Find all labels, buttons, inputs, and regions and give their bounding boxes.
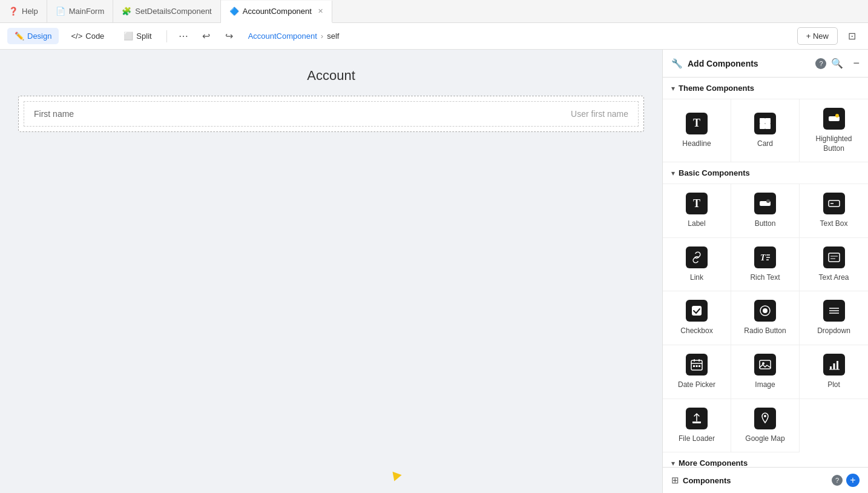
svg-rect-8 — [829, 200, 840, 207]
svg-rect-2 — [760, 124, 765, 129]
more-section-header[interactable]: ▾ More Components — [663, 452, 868, 467]
svg-rect-29 — [699, 365, 700, 367]
main-area: Account First name User first name 🔧 Add… — [0, 50, 868, 493]
canvas-component-value: User first name — [571, 109, 628, 119]
plot-label: Plot — [827, 380, 840, 390]
component-item-dropdown[interactable]: Dropdown — [800, 291, 868, 345]
basic-chevron-icon: ▾ — [671, 169, 675, 177]
label-label: Label — [688, 219, 705, 229]
theme-section-title: Theme Components — [679, 84, 754, 93]
svg-rect-28 — [696, 365, 698, 367]
component-item-headline[interactable]: T Headline — [663, 99, 731, 162]
component-item-plot[interactable]: Plot — [800, 345, 868, 399]
wrench-icon: 🔧 — [671, 58, 683, 69]
tab-account-label: AccountComponent — [243, 7, 312, 16]
component-item-file-loader[interactable]: File Loader — [663, 399, 731, 453]
file-loader-label: File Loader — [679, 434, 715, 444]
tab-help[interactable]: ❓ Help — [0, 0, 47, 22]
text-area-icon — [823, 247, 845, 268]
toolbar: ✏️ Design </> Code ⬜ Split ⋯ ↩ ↪ Account… — [0, 23, 868, 50]
layout-toggle-button[interactable]: ⊡ — [843, 27, 861, 45]
card-label: Card — [757, 139, 773, 149]
component-item-text-area[interactable]: Text Area — [800, 238, 868, 292]
svg-text:T: T — [760, 253, 766, 262]
account-tab-icon: 🔷 — [229, 7, 239, 16]
undo-button[interactable]: ↩ — [197, 27, 215, 45]
breadcrumb-component[interactable]: AccountComponent — [248, 31, 317, 41]
component-item-button[interactable]: Button — [731, 184, 800, 238]
button-label: Button — [755, 219, 776, 229]
search-icon[interactable]: 🔍 — [831, 58, 843, 69]
tab-account[interactable]: 🔷 AccountComponent ✕ — [221, 1, 332, 23]
svg-rect-3 — [765, 124, 771, 129]
canvas-component-wrapper: First name User first name — [18, 96, 644, 132]
text-area-label: Text Area — [818, 273, 849, 283]
breadcrumb-separator: › — [321, 31, 323, 41]
breadcrumb-self: self — [327, 31, 339, 41]
component-item-link[interactable]: Link — [663, 238, 731, 292]
code-button[interactable]: </> Code — [64, 28, 111, 44]
add-components-help-icon[interactable]: ? — [815, 58, 826, 69]
dropdown-icon — [823, 300, 845, 322]
highlighted-button-icon — [823, 108, 845, 130]
svg-rect-27 — [693, 365, 695, 367]
new-label: + New — [806, 31, 829, 41]
code-icon: </> — [71, 31, 82, 41]
new-button[interactable]: + New — [797, 27, 838, 45]
text-box-icon — [823, 193, 845, 214]
split-button[interactable]: ⬜ Split — [116, 28, 159, 44]
image-label: Image — [755, 380, 775, 390]
components-help-icon[interactable]: ? — [832, 475, 843, 486]
basic-section-title: Basic Components — [679, 168, 750, 177]
tab-mainform[interactable]: 📄 MainForm — [47, 0, 114, 22]
tab-account-close[interactable]: ✕ — [318, 7, 323, 15]
rich-text-icon: T — [754, 247, 776, 268]
collapse-icon[interactable]: − — [853, 57, 860, 70]
redo-button[interactable]: ↪ — [220, 27, 238, 45]
svg-rect-32 — [830, 366, 832, 369]
design-button[interactable]: ✏️ Design — [7, 28, 59, 44]
tab-bar: ❓ Help 📄 MainForm 🧩 SetDetailsComponent … — [0, 0, 868, 23]
theme-section-header[interactable]: ▾ Theme Components — [663, 78, 868, 99]
mainform-tab-icon: 📄 — [56, 7, 65, 16]
more-section-title: More Components — [679, 458, 748, 467]
setdetails-tab-icon: 🧩 — [122, 7, 131, 16]
component-item-label[interactable]: T Label — [663, 184, 731, 238]
component-item-checkbox[interactable]: Checkbox — [663, 291, 731, 345]
rich-text-label: Rich Text — [750, 273, 780, 283]
canvas[interactable]: Account First name User first name — [0, 50, 662, 493]
code-label: Code — [85, 31, 104, 41]
toolbar-divider-1 — [166, 30, 167, 42]
component-item-image[interactable]: Image — [731, 345, 800, 399]
card-icon — [754, 113, 776, 134]
svg-point-7 — [766, 199, 770, 203]
checkbox-label: Checkbox — [680, 326, 712, 336]
dropdown-label: Dropdown — [817, 326, 850, 336]
component-item-card[interactable]: Card — [731, 99, 800, 162]
bottom-panel: ⊞ Components ? + — [663, 467, 868, 493]
link-icon — [686, 247, 708, 268]
tab-help-label: Help — [22, 7, 38, 16]
cursor-area — [390, 471, 400, 479]
date-picker-label: Date Picker — [678, 380, 715, 390]
radio-button-icon — [754, 300, 776, 322]
breadcrumb: AccountComponent › self — [248, 31, 340, 41]
canvas-component-first-name[interactable]: First name User first name — [24, 101, 639, 127]
add-components-header: 🔧 Add Components ? 🔍 − — [663, 50, 868, 78]
basic-section-header[interactable]: ▾ Basic Components — [663, 162, 868, 184]
components-title: Components — [683, 476, 828, 485]
cursor-icon — [389, 468, 401, 481]
component-item-highlighted-button[interactable]: Highlighted Button — [800, 99, 868, 162]
component-item-text-box[interactable]: Text Box — [800, 184, 868, 238]
component-item-date-picker[interactable]: Date Picker — [663, 345, 731, 399]
basic-components-grid: T Label Button — [663, 184, 868, 452]
tab-setdetails[interactable]: 🧩 SetDetailsComponent — [113, 0, 220, 22]
component-item-rich-text[interactable]: T Rich Text — [731, 238, 800, 292]
more-options-button[interactable]: ⋯ — [174, 27, 192, 45]
split-icon: ⬜ — [123, 31, 133, 41]
add-component-button[interactable]: + — [846, 474, 860, 487]
component-item-radio-button[interactable]: Radio Button — [731, 291, 800, 345]
google-map-label: Google Map — [745, 434, 784, 444]
theme-chevron-icon: ▾ — [671, 84, 675, 93]
component-item-google-map[interactable]: Google Map — [731, 399, 800, 453]
